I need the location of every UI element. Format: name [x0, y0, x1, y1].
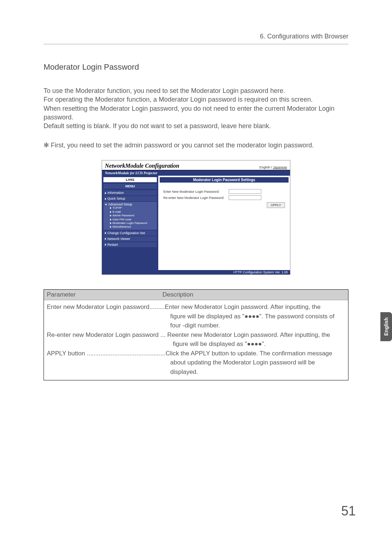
submenu-misc[interactable]: Miscellaneous — [110, 225, 155, 229]
apply-button[interactable]: APPLY — [267, 202, 285, 208]
row3-param: APPLY button ...........................… — [47, 350, 166, 357]
enter-new-pw-label: Enter New Moderator Login Password: — [163, 190, 229, 193]
enter-new-pw-input[interactable] — [229, 189, 261, 194]
arrow-icon — [110, 215, 111, 217]
version-bar: HTTP Configuration System Ver. 1.00 — [102, 270, 290, 274]
arrow-icon — [110, 226, 111, 228]
page-number: 51 — [341, 503, 356, 519]
lan-slot-selector[interactable]: LAN1 — [103, 177, 157, 182]
menu-header: MENU — [103, 184, 157, 189]
menu-label: Quick Setup — [107, 197, 125, 200]
submenu-label: TCP/IP — [113, 206, 122, 209]
lang-links: English / Japanese — [260, 166, 287, 169]
intro-paragraph: To use the Moderator function, you need … — [44, 86, 348, 130]
arrow-icon — [110, 222, 111, 224]
menu-restart[interactable]: Restart — [103, 242, 157, 247]
row1-desc2: figure will be displayed as "●●●●". The … — [170, 313, 335, 320]
submenu: TCP/IP E-mail Admin Password User PIN co… — [105, 206, 155, 229]
arrow-down-icon — [105, 204, 107, 205]
row3-desc1: Click the APPLY button to update. The co… — [166, 350, 332, 357]
submenu-label: Admin Password — [113, 214, 134, 217]
arrow-icon — [110, 211, 111, 213]
menu-information[interactable]: Information — [103, 190, 157, 195]
menu-quick-setup[interactable]: Quick Setup — [103, 196, 157, 201]
section-title: Moderator Login Password — [44, 62, 348, 72]
submenu-label: E-mail — [113, 210, 121, 213]
arrow-icon — [105, 232, 106, 234]
menu-label: Network Viewer — [107, 237, 130, 241]
menu-label: Information — [107, 191, 124, 195]
menu-change-config[interactable]: Change Configuration Set — [103, 230, 157, 236]
reenter-pw-input[interactable] — [229, 195, 261, 200]
config-screenshot: NetworkModule Configuration English / Ja… — [102, 160, 290, 275]
config-header: NetworkModule Configuration English / Ja… — [102, 160, 290, 170]
menu-advanced-setup[interactable]: Advanced Setup TCP/IP E-mail Admin Passw… — [103, 202, 157, 229]
submenu-label: Miscellaneous — [113, 225, 131, 228]
language-side-tab: English — [380, 312, 392, 341]
menu-network-viewer[interactable]: Network Viewer — [103, 236, 157, 241]
submenu-label: User PIN code — [113, 218, 131, 221]
submenu-admin-pw[interactable]: Admin Password — [110, 214, 155, 217]
menu-label: Advanced Setup — [108, 203, 132, 206]
table-header-description: Description — [159, 290, 348, 300]
row2-desc1: Reenter new Moderator Login password. Af… — [166, 331, 330, 338]
row3-desc3: displayed. — [170, 368, 198, 375]
chapter-header: 6. Configurations with Browser — [44, 33, 348, 44]
note-text: ✻ First, you need to set the admin passw… — [44, 141, 348, 149]
arrow-icon — [105, 192, 106, 194]
row1-desc3: four -digit number. — [170, 322, 220, 329]
menu-label: Change Configuration Set — [107, 231, 145, 235]
pane-title: Moderator Login Password Settings — [160, 177, 289, 183]
submenu-email[interactable]: E-mail — [110, 210, 155, 214]
arrow-icon — [110, 207, 111, 209]
subheader-bar: NetworkModule for LCD Projector — [102, 170, 290, 176]
submenu-user-pin[interactable]: User PIN code — [110, 218, 155, 221]
arrow-icon — [105, 198, 106, 200]
row2-param: Re-enter new Moderator Login password ..… — [47, 331, 166, 338]
submenu-mod-login-pw[interactable]: Moderator Login Password — [110, 221, 155, 225]
table-header-parameter: Parameter — [44, 290, 159, 300]
arrow-icon — [105, 244, 106, 246]
row1-param: Enter new Moderator Login password......… — [47, 303, 165, 310]
submenu-tcpip[interactable]: TCP/IP — [110, 206, 155, 210]
config-title: NetworkModule Configuration — [105, 163, 179, 169]
reenter-pw-label: Re-enter New Moderator Login Password: — [163, 196, 229, 200]
arrow-icon — [105, 238, 106, 240]
row1-desc1: Enter new Moderator Login password. Afte… — [165, 303, 320, 310]
lang-jp[interactable]: Japanese — [273, 166, 287, 169]
submenu-label: Moderator Login Password — [113, 221, 147, 225]
arrow-icon — [110, 219, 111, 221]
content-pane: Moderator Login Password Settings Enter … — [158, 176, 290, 270]
parameter-table: Parameter Description Enter new Moderato… — [44, 289, 348, 380]
row2-desc2: figure will be displayed as "●●●●". — [173, 340, 266, 347]
lang-en[interactable]: English — [260, 166, 270, 169]
menu-label: Restart — [107, 243, 118, 246]
row3-desc2: about updating the Moderator Login passw… — [170, 359, 315, 366]
config-sidebar: LAN1 MENU Information Quick Setup Advanc… — [102, 176, 158, 270]
